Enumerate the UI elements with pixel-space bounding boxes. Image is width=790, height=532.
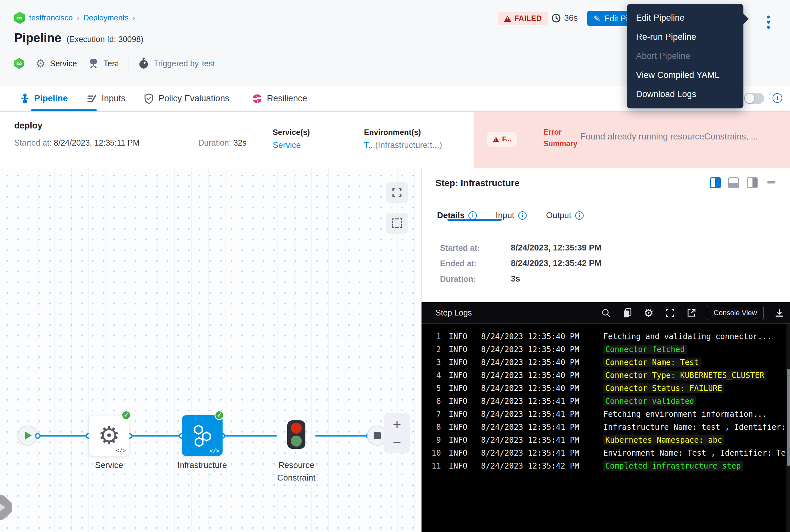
download-icon [774,308,784,318]
menu-item[interactable]: Re-run Pipeline [627,27,744,46]
meta-service-name[interactable]: Service [50,59,77,68]
log-settings-button[interactable]: ⚙ [643,307,654,319]
expand-logs-button[interactable] [664,307,676,319]
duration-value: 3s [511,274,520,284]
stage-duration: Duration: 32s [198,138,247,148]
service-link[interactable]: Service [273,140,310,150]
canvas-fullscreen-button[interactable] [386,182,408,203]
search-logs-button[interactable] [600,307,612,319]
play-icon [25,432,32,439]
log-timestamp: 8/24/2023 12:35:40 PM [481,345,582,354]
error-summary-text[interactable]: Found already running resourceConstrains… [580,132,787,142]
step-detail-tabs: Details i Input i Output i [422,207,790,229]
copy-logs-button[interactable] [621,307,633,319]
stage-name[interactable]: deploy [14,121,42,131]
fullscreen-icon [392,187,402,198]
minimize-panel-button[interactable] [767,181,775,184]
log-line-number: 3 [422,358,441,367]
tab-resilience[interactable]: Resilience [252,86,307,111]
canvas-marquee-select-button[interactable] [386,213,408,234]
title-row: Pipeline (Execution Id: 30098) [14,31,143,45]
info-icon[interactable]: i [772,93,782,103]
more-options-kebab-button[interactable] [763,14,774,31]
error-summary-label: Error Summary [543,127,582,150]
menu-item[interactable]: Download Logs [627,85,744,104]
warning-triangle-icon [493,136,499,142]
traffic-light-red [291,423,302,434]
layout-sidebar-button[interactable] [747,177,758,188]
log-message: Fetching environment information... [603,410,767,419]
tab-input[interactable]: Input i [496,210,527,221]
step-logs-toolbar: Step Logs ⚙ Console View [422,302,790,324]
edge [32,435,91,437]
code-icon: </> [209,448,219,454]
log-timestamp: 8/24/2023 12:35:41 PM [481,436,582,444]
pipeline-icon [20,93,30,104]
divider [128,54,129,73]
tab-details[interactable]: Details i [437,210,477,221]
left-panel-expand-handle[interactable] [0,492,12,523]
tab-output[interactable]: Output i [546,210,584,221]
layout-split-right-button[interactable] [710,177,721,188]
log-line: 6 INFO 8/24/2023 12:35:41 PM Connector v… [422,395,787,408]
infrastructure-link[interactable]: t... [430,140,439,150]
environment-link[interactable]: T... [364,140,375,150]
node-service[interactable]: ⚙ </> [89,415,129,456]
failed-mini-badge: F... [487,132,517,147]
logs-scrollbar-thumb[interactable] [787,369,790,466]
log-lines[interactable]: 1 INFO 8/24/2023 12:35:40 PM Fetching an… [422,324,787,532]
log-line-number: 8 [422,423,441,432]
zoom-in-button[interactable]: + [393,417,401,431]
zoom-out-button[interactable]: − [393,435,401,450]
view-toggle-switch[interactable] [744,93,764,104]
tab-inputs[interactable]: Inputs [87,86,126,111]
menu-item[interactable]: View Compiled YAML [627,66,744,85]
node-infrastructure[interactable]: </> [182,415,223,456]
started-at-label: Started at: [440,243,480,253]
step-logs-console: Step Logs ⚙ Console View [422,302,790,532]
duration-label: Duration: [440,274,476,284]
menu-item[interactable]: Edit Pipeline [627,8,744,27]
log-level: INFO [449,384,471,393]
console-view-button[interactable]: Console View [707,306,764,320]
log-line-number: 9 [422,436,441,444]
pipeline-graph-canvas[interactable]: ⚙ </> ✓ Service </> ✓ Infrastructure Res… [0,168,421,532]
log-line-number: 11 [422,461,441,471]
canvas-zoom-panel: + − [384,413,410,453]
log-message: Connector fetched [603,345,687,354]
tab-policy-evaluations[interactable]: Policy Evaluations [143,86,229,111]
triggered-by-value[interactable]: test [202,59,215,68]
info-icon: i [575,211,584,220]
execution-meta-row: ∞ ⚙ Service Test Triggered by test [14,54,215,73]
edge [315,435,371,437]
log-message: Connector validated [603,396,696,406]
copy-icon [622,308,632,318]
log-level: INFO [449,345,471,354]
divider [259,122,259,158]
stop-icon [374,432,381,439]
log-timestamp: 8/24/2023 12:35:41 PM [481,397,582,406]
node-port [35,433,41,439]
log-line-number: 4 [422,371,441,380]
log-timestamp: 8/24/2023 12:35:41 PM [481,449,582,458]
log-message: Kubernetes Namespace: abc [603,435,724,445]
log-timestamp: 8/24/2023 12:35:40 PM [481,358,582,367]
triggered-by-label: Triggered by [154,59,199,68]
log-line: 5 INFO 8/24/2023 12:35:40 PM Connector S… [422,382,787,395]
meta-environment-name[interactable]: Test [103,59,118,68]
log-line: 2 INFO 8/24/2023 12:35:40 PM Connector f… [422,343,787,356]
log-line-number: 6 [422,397,441,406]
log-line: 4 INFO 8/24/2023 12:35:40 PM Connector T… [422,369,787,382]
logs-scrollbar[interactable] [787,324,790,532]
log-message: Connector Status: FAILURE [603,383,724,393]
node-resource-constraint[interactable] [287,420,305,449]
log-level: INFO [449,371,471,380]
layout-bottom-button[interactable] [728,177,739,188]
breadcrumb-deployments-link[interactable]: Deployments [83,13,129,22]
download-logs-button[interactable] [773,307,785,319]
chaos-resilience-icon [252,94,262,104]
breadcrumb-project-link[interactable]: testfrancisco [29,13,73,22]
open-in-new-button[interactable] [686,307,697,319]
log-line-number: 7 [422,410,441,419]
tab-pipeline[interactable]: Pipeline [20,86,68,111]
